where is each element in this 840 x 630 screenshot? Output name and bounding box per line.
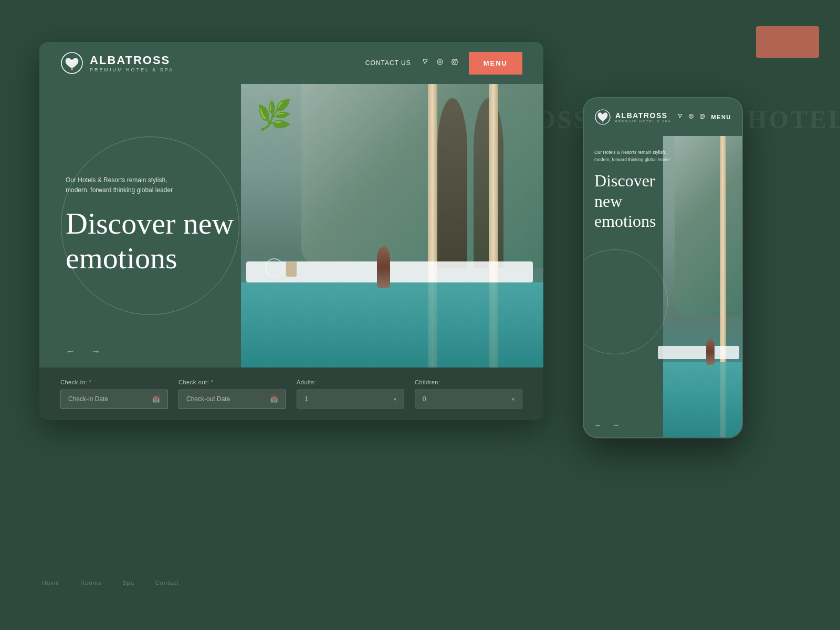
desktop-hero: 🌿 Our Hotels & Resorts remain stylish,mo… (39, 84, 543, 368)
checkout-label: Check-out: * (178, 379, 286, 385)
desktop-hero-text: Our Hotels & Resorts remain stylish,mode… (39, 84, 317, 368)
checkout-input[interactable]: Check-out Date 📅 (178, 390, 286, 409)
svg-point-3 (439, 61, 441, 63)
mobile-logo-text: ALBATROSS PREMIUM HOTEL & SPA (615, 111, 671, 123)
mobile-hero-tagline: Our Hotels & Resorts remain stylish,mode… (594, 149, 676, 163)
children-label: Children: (415, 379, 522, 385)
svg-point-2 (437, 59, 443, 65)
desktop-mockup: ALBATROSS PREMIUM HOTEL & SPA CONTACT US (39, 42, 543, 420)
desktop-logo: ALBATROSS PREMIUM HOTEL & SPA (60, 51, 174, 75)
desktop-arrow-right[interactable]: → (91, 346, 100, 357)
desktop-social-icons (422, 58, 458, 68)
bg-nav-item-1: Home (42, 580, 59, 586)
mobile-hero: Our Hotels & Resorts remain stylish,mode… (584, 136, 742, 437)
checkout-placeholder: Check-out Date (186, 395, 230, 403)
checkin-input[interactable]: Check-in Date 📅 (60, 390, 168, 409)
desktop-nav-right: CONTACT US (365, 52, 522, 75)
checkin-calendar-icon: 📅 (152, 395, 160, 403)
adults-label: Adults: (297, 379, 404, 385)
checkin-placeholder: Check-in Date (68, 395, 108, 403)
desktop-logo-icon (60, 51, 83, 75)
tripadvisor-icon[interactable] (436, 58, 444, 68)
desktop-booking-bar: Check-in: * Check-in Date 📅 Check-out: *… (39, 368, 543, 420)
mobile-foursquare-icon[interactable] (677, 113, 683, 121)
adults-value: 1 (304, 395, 308, 403)
foursquare-icon[interactable] (422, 58, 429, 68)
mobile-brand-sub: PREMIUM HOTEL & SPA (615, 120, 671, 123)
mobile-navbar: ALBATROSS PREMIUM HOTEL & SPA (584, 98, 742, 136)
desktop-brand-sub: PREMIUM HOTEL & SPA (90, 67, 174, 72)
svg-point-13 (703, 114, 704, 115)
desktop-arrow-left[interactable]: ← (66, 346, 75, 357)
mobile-arrow-left[interactable]: ← (594, 421, 602, 429)
person-figure (377, 246, 390, 288)
mobile-brand-name: ALBATROSS (615, 111, 671, 120)
desktop-hero-heading: Discover new emotions (66, 206, 296, 276)
mobile-tripadvisor-icon[interactable] (688, 113, 694, 121)
checkout-field: Check-out: * Check-out Date 📅 (178, 379, 286, 409)
mobile-hero-heading: Discover new emotions (594, 171, 676, 231)
mobile-instagram-icon[interactable] (699, 113, 705, 121)
svg-point-10 (690, 115, 692, 117)
mobile-person-figure (706, 339, 715, 365)
svg-point-12 (701, 115, 703, 117)
mobile-heading-line2: emotions (594, 212, 656, 230)
desktop-logo-text: ALBATROSS PREMIUM HOTEL & SPA (90, 54, 174, 72)
contact-us-link[interactable]: CONTACT US (365, 59, 411, 67)
desktop-navbar: ALBATROSS PREMIUM HOTEL & SPA CONTACT US (39, 42, 543, 84)
adults-field: Adults: 1 ▾ (297, 379, 404, 408)
mobile-hero-text: Our Hotels & Resorts remain stylish,mode… (584, 136, 687, 437)
mobile-menu-text[interactable]: MENU (711, 114, 731, 120)
desktop-heading-line2: emotions (66, 241, 177, 275)
adults-select[interactable]: 1 ▾ (297, 390, 404, 408)
adults-chevron-icon: ▾ (394, 396, 396, 402)
mobile-logo-icon (594, 109, 611, 125)
bg-nav-item-4: Contact (155, 580, 179, 586)
svg-point-5 (453, 61, 456, 64)
background-menu-button (756, 26, 819, 58)
desktop-hero-tagline: Our Hotels & Resorts remain stylish,mode… (66, 175, 296, 195)
mobile-nav-right: MENU (677, 113, 731, 121)
svg-point-1 (71, 68, 73, 70)
mobile-heading-line1: Discover new (594, 171, 655, 210)
checkout-calendar-icon: 📅 (270, 395, 278, 403)
svg-point-8 (602, 121, 604, 123)
checkin-field: Check-in: * Check-in Date 📅 (60, 379, 168, 409)
desktop-brand-name: ALBATROSS (90, 54, 174, 67)
svg-point-6 (456, 60, 457, 61)
svg-point-9 (689, 114, 693, 118)
checkin-label: Check-in: * (60, 379, 168, 385)
bg-nav-item-2: Rooms (80, 580, 101, 586)
instagram-icon[interactable] (451, 58, 458, 68)
mobile-arrow-right[interactable]: → (612, 421, 620, 429)
mobile-slider-arrows: ← → (594, 421, 620, 429)
children-select[interactable]: 0 ▾ (415, 390, 522, 408)
mobile-mockup: ALBATROSS PREMIUM HOTEL & SPA (583, 97, 743, 438)
background-bottom-nav: Home Rooms Spa Contact (0, 567, 840, 598)
mobile-logo: ALBATROSS PREMIUM HOTEL & SPA (594, 109, 671, 125)
desktop-menu-button[interactable]: MENU (469, 52, 522, 75)
children-chevron-icon: ▾ (512, 396, 514, 402)
desktop-heading-line1: Discover new (66, 206, 234, 240)
children-value: 0 (423, 395, 426, 403)
desktop-slider-arrows: ← → (66, 346, 100, 357)
bg-nav-item-3: Spa (122, 580, 134, 586)
mobile-social-icons (677, 113, 705, 121)
children-field: Children: 0 ▾ (415, 379, 522, 408)
